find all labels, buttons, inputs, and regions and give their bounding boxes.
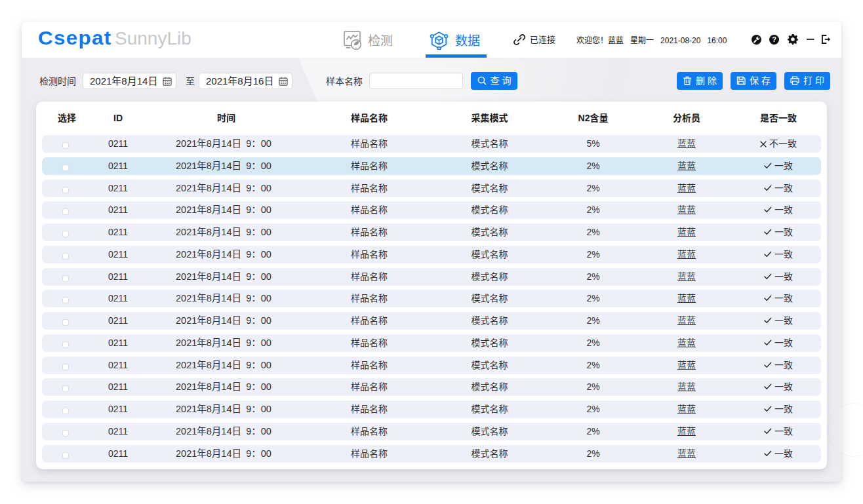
- svg-text:?: ?: [772, 35, 776, 43]
